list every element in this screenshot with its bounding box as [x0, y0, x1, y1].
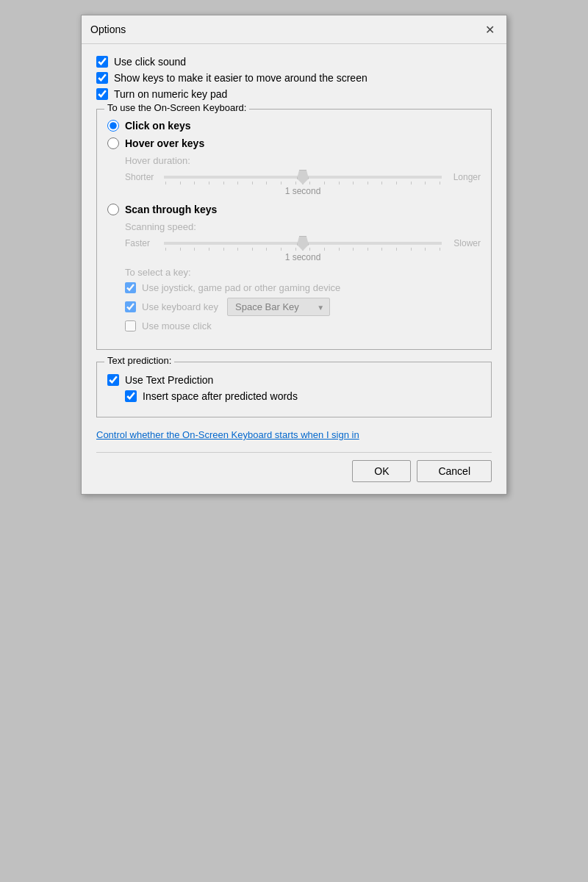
keyboard-group-box: To use the On-Screen Keyboard: Click on …	[96, 109, 492, 350]
numeric-keypad-row: Turn on numeric key pad	[96, 88, 492, 100]
show-keys-checkbox[interactable]	[96, 72, 108, 84]
longer-label: Longer	[448, 172, 481, 182]
numeric-keypad-checkbox[interactable]	[96, 88, 108, 100]
tick	[440, 248, 440, 251]
tick	[237, 248, 238, 251]
joystick-label[interactable]: Use joystick, game pad or other gaming d…	[142, 282, 340, 293]
tick	[411, 248, 412, 251]
tick	[381, 182, 382, 184]
use-click-sound-label[interactable]: Use click sound	[114, 56, 186, 68]
tick	[309, 248, 310, 251]
insert-space-checkbox[interactable]	[125, 390, 137, 402]
tick	[165, 182, 166, 184]
tick	[368, 182, 368, 184]
dialog-body: Use click sound Show keys to make it eas…	[82, 44, 506, 494]
tick	[425, 248, 426, 251]
sign-in-link[interactable]: Control whether the On-Screen Keyboard s…	[96, 429, 492, 440]
tick	[281, 248, 282, 251]
tick	[368, 248, 368, 251]
tick	[381, 248, 382, 251]
tick	[396, 182, 397, 184]
scan-through-keys-row: Scan through keys	[107, 204, 481, 215]
use-prediction-label[interactable]: Use Text Prediction	[125, 374, 213, 386]
tick	[237, 182, 238, 184]
tick	[295, 182, 296, 184]
key-dropdown[interactable]: Space Bar Key Enter Key Tab Key	[227, 298, 330, 316]
use-click-sound-row: Use click sound	[96, 56, 492, 68]
tick	[353, 248, 354, 251]
tick	[252, 182, 253, 184]
hover-over-keys-radio[interactable]	[107, 137, 119, 149]
tick	[223, 182, 224, 184]
show-keys-row: Show keys to make it easier to move arou…	[96, 72, 492, 84]
tick	[180, 182, 181, 184]
tick	[353, 182, 354, 184]
hover-over-keys-label[interactable]: Hover over keys	[125, 137, 204, 149]
scan-value: 1 second	[125, 252, 481, 262]
text-prediction-legend: Text prediction:	[104, 355, 174, 366]
scan-slider-container: Faster	[125, 235, 481, 251]
hover-duration-section: Hover duration: Shorter	[125, 155, 481, 196]
hover-over-keys-row: Hover over keys	[107, 137, 481, 149]
tick	[209, 248, 209, 251]
faster-label: Faster	[125, 238, 158, 248]
to-select-label: To select a key:	[125, 267, 481, 278]
keyboard-key-checkbox[interactable]	[125, 301, 136, 312]
tick	[396, 248, 397, 251]
tick	[425, 182, 426, 184]
tick	[194, 248, 195, 251]
keyboard-group-legend: To use the On-Screen Keyboard:	[104, 102, 249, 113]
tick	[324, 182, 325, 184]
joystick-checkbox[interactable]	[125, 282, 136, 293]
keyboard-key-label[interactable]: Use keyboard key	[142, 301, 218, 312]
show-keys-label[interactable]: Show keys to make it easier to move arou…	[114, 72, 368, 84]
scanning-speed-slider[interactable]	[164, 242, 442, 245]
use-click-sound-checkbox[interactable]	[96, 56, 108, 68]
title-bar: Options ✕	[82, 15, 506, 44]
scanning-speed-label: Scanning speed:	[125, 221, 481, 232]
use-prediction-checkbox[interactable]	[107, 374, 119, 386]
hover-duration-slider[interactable]	[164, 176, 442, 179]
tick	[324, 248, 325, 251]
numeric-keypad-label[interactable]: Turn on numeric key pad	[114, 88, 227, 100]
tick	[194, 182, 195, 184]
scanning-speed-section: Scanning speed: Faster	[125, 221, 481, 331]
tick	[411, 182, 412, 184]
top-checkboxes: Use click sound Show keys to make it eas…	[96, 56, 492, 100]
mouse-click-checkbox[interactable]	[125, 320, 136, 331]
insert-space-label[interactable]: Insert space after predicted words	[143, 390, 298, 402]
close-button[interactable]: ✕	[481, 21, 498, 37]
use-prediction-row: Use Text Prediction	[107, 374, 481, 386]
click-on-keys-radio[interactable]	[107, 120, 119, 132]
options-dialog: Options ✕ Use click sound Show keys to m…	[81, 15, 507, 495]
ok-button[interactable]: OK	[352, 460, 411, 482]
mouse-click-row: Use mouse click	[125, 320, 481, 331]
tick	[309, 182, 310, 184]
button-row: OK Cancel	[96, 452, 492, 482]
hover-duration-label: Hover duration:	[125, 155, 481, 166]
scan-through-keys-radio[interactable]	[107, 204, 119, 215]
tick	[339, 182, 340, 184]
insert-space-row: Insert space after predicted words	[125, 390, 481, 402]
key-dropdown-wrapper: Space Bar Key Enter Key Tab Key ▼	[227, 298, 330, 316]
tick	[440, 182, 440, 184]
joystick-row: Use joystick, game pad or other gaming d…	[125, 282, 481, 293]
hover-value: 1 second	[125, 186, 481, 196]
tick	[295, 248, 296, 251]
tick	[252, 248, 253, 251]
text-prediction-group: Text prediction: Use Text Prediction Ins…	[96, 362, 492, 417]
tick	[266, 182, 267, 184]
scan-through-keys-label[interactable]: Scan through keys	[125, 204, 217, 215]
tick	[281, 182, 282, 184]
tick	[180, 248, 181, 251]
tick	[165, 248, 166, 251]
click-on-keys-row: Click on keys	[107, 120, 481, 132]
scan-slider-wrapper	[164, 235, 442, 251]
tick	[339, 248, 340, 251]
click-on-keys-label[interactable]: Click on keys	[125, 120, 191, 132]
hover-slider-container: Shorter	[125, 169, 481, 184]
mouse-click-label[interactable]: Use mouse click	[142, 320, 212, 331]
keyboard-key-row: Use keyboard key Space Bar Key Enter Key…	[125, 298, 481, 316]
cancel-button[interactable]: Cancel	[417, 460, 492, 482]
hover-slider-wrapper	[164, 169, 442, 184]
